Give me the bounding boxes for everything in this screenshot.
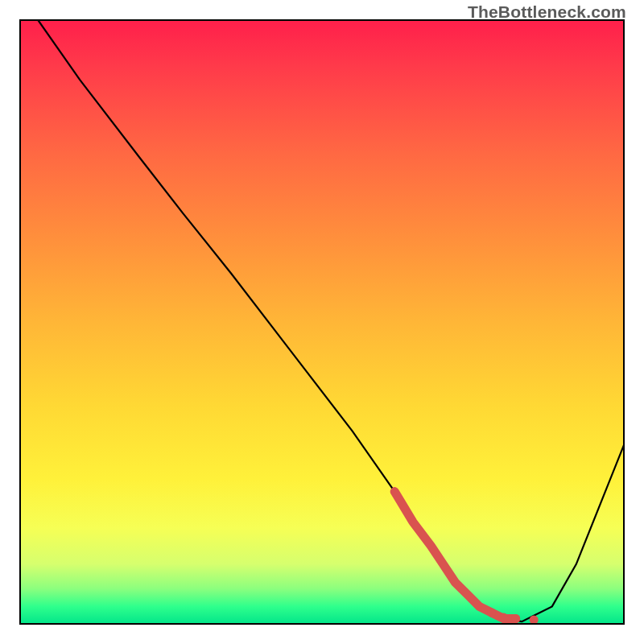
- chart-svg-layer: [19, 19, 625, 625]
- highlight-dot: [530, 616, 539, 625]
- highlight-segment-line: [394, 492, 515, 619]
- highlight-dot: [487, 609, 496, 617]
- plot-area: [19, 19, 625, 625]
- bottleneck-curve-line: [38, 19, 625, 621]
- highlight-dot: [511, 614, 520, 623]
- chart-container: TheBottleneck.com: [0, 0, 644, 644]
- highlight-dot: [499, 613, 508, 622]
